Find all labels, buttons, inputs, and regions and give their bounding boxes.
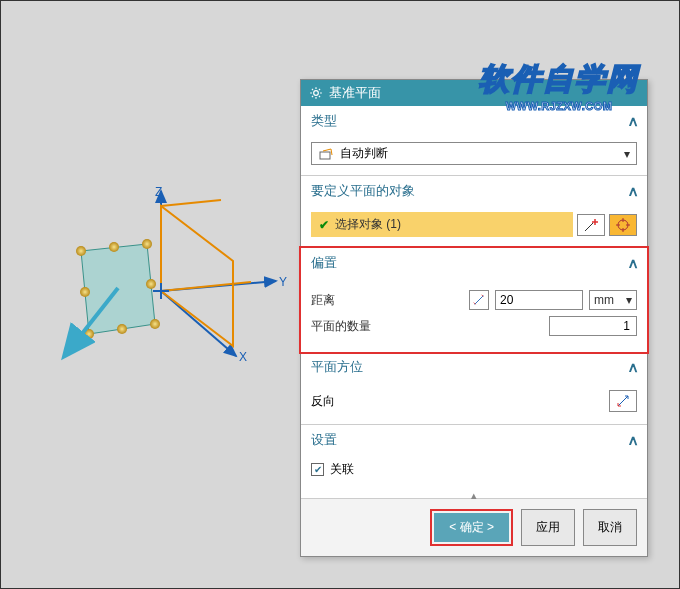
svg-text:Y: Y	[279, 275, 287, 289]
svg-point-6	[76, 246, 86, 256]
associative-checkbox[interactable]: ✔	[311, 463, 324, 476]
svg-point-17	[314, 91, 319, 96]
apply-button[interactable]: 应用	[521, 509, 575, 546]
svg-point-13	[80, 287, 90, 297]
plane-count-label: 平面的数量	[311, 318, 543, 335]
svg-point-10	[150, 319, 160, 329]
section-type-header[interactable]: 类型 ʌ	[301, 106, 647, 136]
section-settings: 设置 ʌ ✔ 关联 ▴	[301, 425, 647, 499]
section-offset-header[interactable]: 偏置 ʌ	[301, 248, 647, 278]
type-label: 自动判断	[340, 145, 388, 162]
section-offset: 偏置 ʌ 距离 mm ▾ 平面的数量	[299, 246, 649, 354]
chevron-down-icon: ▾	[624, 147, 630, 161]
svg-point-9	[146, 279, 156, 289]
svg-text:Z: Z	[155, 186, 162, 199]
section-objects-header[interactable]: 要定义平面的对象 ʌ	[301, 176, 647, 206]
cancel-button[interactable]: 取消	[583, 509, 637, 546]
svg-point-8	[142, 239, 152, 249]
chevron-up-icon: ʌ	[629, 255, 637, 271]
dialog-titlebar[interactable]: 基准平面	[301, 80, 647, 106]
coord-system: Z Y X	[61, 186, 301, 406]
section-orient: 平面方位 ʌ 反向	[301, 352, 647, 425]
svg-text:X: X	[239, 350, 247, 364]
chevron-up-icon: ʌ	[629, 359, 637, 375]
section-objects: 要定义平面的对象 ʌ ✔ 选择对象 (1)	[301, 176, 647, 248]
ok-highlight: < 确定 >	[430, 509, 513, 546]
dialog-button-bar: < 确定 > 应用 取消	[301, 499, 647, 556]
target-selection-button[interactable]	[609, 214, 637, 236]
unit-dropdown[interactable]: mm ▾	[589, 290, 637, 310]
type-dropdown[interactable]: 自动判断 ▾	[311, 142, 637, 165]
chevron-up-icon: ʌ	[629, 432, 637, 448]
section-orient-header[interactable]: 平面方位 ʌ	[301, 352, 647, 382]
chevron-up-icon: ʌ	[629, 113, 637, 129]
associative-label: 关联	[330, 461, 354, 478]
gear-icon	[309, 86, 323, 100]
reverse-direction-button[interactable]	[609, 390, 637, 412]
selection-label: 选择对象 (1)	[335, 216, 401, 233]
add-selection-button[interactable]	[577, 214, 605, 236]
plane-count-input[interactable]	[549, 316, 637, 336]
reverse-label: 反向	[311, 393, 335, 410]
svg-point-7	[109, 242, 119, 252]
distance-label: 距离	[311, 292, 463, 309]
ok-button[interactable]: < 确定 >	[434, 513, 509, 542]
section-type: 类型 ʌ 自动判断 ▾	[301, 106, 647, 176]
section-settings-header[interactable]: 设置 ʌ	[301, 425, 647, 455]
selection-display[interactable]: ✔ 选择对象 (1)	[311, 212, 573, 237]
measure-button[interactable]	[469, 290, 489, 310]
svg-point-11	[117, 324, 127, 334]
distance-input[interactable]	[495, 290, 583, 310]
svg-rect-18	[320, 152, 330, 159]
auto-infer-icon	[318, 146, 334, 162]
collapse-handle[interactable]: ▴	[301, 492, 647, 498]
check-icon: ✔	[319, 218, 329, 232]
datum-plane-dialog: 基准平面 类型 ʌ 自动判断 ▾ 要定义平面的对象 ʌ ✔ 选择对象 (1)	[300, 79, 648, 557]
chevron-down-icon: ▾	[626, 293, 632, 307]
chevron-up-icon: ʌ	[629, 183, 637, 199]
dialog-title: 基准平面	[329, 84, 381, 102]
